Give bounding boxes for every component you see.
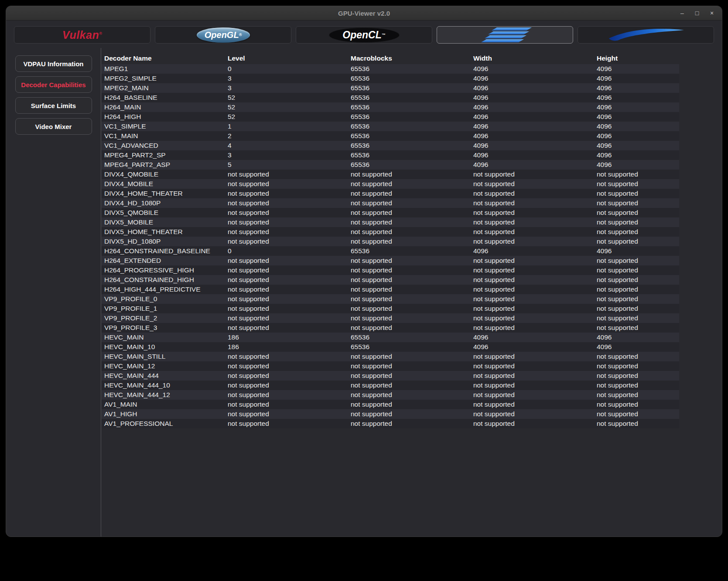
cell: not supported xyxy=(471,237,594,246)
sidebar-item-video-mixer[interactable]: Video Mixer xyxy=(15,118,92,135)
minimize-button[interactable]: – xyxy=(679,10,685,16)
sidebar-item-vdpau-information[interactable]: VDPAU Information xyxy=(15,55,92,72)
cell: 5 xyxy=(225,160,348,170)
cell: MPEG2_MAIN xyxy=(102,83,225,93)
table-row[interactable]: VC1_ADVANCED46553640964096 xyxy=(102,141,679,150)
cell: 65536 xyxy=(348,83,471,93)
cell: not supported xyxy=(348,352,471,361)
table-row[interactable]: AV1_MAINnot supportednot supportednot su… xyxy=(102,400,679,409)
cell: H264_MAIN xyxy=(102,102,225,112)
cell: MPEG1 xyxy=(102,64,225,74)
table-row[interactable]: DIVX5_QMOBILEnot supportednot supportedn… xyxy=(102,208,679,217)
cell: not supported xyxy=(225,275,348,285)
tab-vulkan[interactable]: Vulkan® xyxy=(14,26,150,44)
table-row[interactable]: H264_CONSTRAINED_BASELINE06553640964096 xyxy=(102,246,679,256)
table-row[interactable]: H264_EXTENDEDnot supportednot supportedn… xyxy=(102,256,679,265)
table-header-row: Decoder Name Level Macroblocks Width Hei… xyxy=(102,53,679,64)
tab-vdpau[interactable] xyxy=(437,26,573,44)
table-row[interactable]: VP9_PROFILE_2not supportednot supportedn… xyxy=(102,313,679,323)
cell: 4096 xyxy=(471,122,594,131)
col-width: Width xyxy=(471,53,594,64)
cell: 4096 xyxy=(594,342,679,352)
cell: not supported xyxy=(471,323,594,333)
table-row[interactable]: AV1_PROFESSIONALnot supportednot support… xyxy=(102,419,679,428)
table-row[interactable]: MPEG4_PART2_SP36553640964096 xyxy=(102,150,679,160)
cell: not supported xyxy=(471,179,594,189)
table-row[interactable]: HEVC_MAIN_STILLnot supportednot supporte… xyxy=(102,352,679,361)
titlebar[interactable]: GPU-Viewer v2.0 – □ × xyxy=(6,6,722,20)
table-row[interactable]: DIVX5_HOME_THEATERnot supportednot suppo… xyxy=(102,227,679,237)
close-button[interactable]: × xyxy=(709,10,715,16)
table-row[interactable]: VP9_PROFILE_0not supportednot supportedn… xyxy=(102,294,679,304)
cell: not supported xyxy=(348,265,471,275)
sidebar-item-decoder-capabilities[interactable]: Decoder Capabilities xyxy=(15,76,92,93)
table-row[interactable]: AV1_HIGHnot supportednot supportednot su… xyxy=(102,409,679,419)
table-row[interactable]: DIVX4_QMOBILEnot supportednot supportedn… xyxy=(102,170,679,179)
cell: 3 xyxy=(225,150,348,160)
cell: not supported xyxy=(471,371,594,381)
table-row[interactable]: H264_CONSTRAINED_HIGHnot supportednot su… xyxy=(102,275,679,285)
table-row[interactable]: DIVX4_MOBILEnot supportednot supportedno… xyxy=(102,179,679,189)
table-row[interactable]: H264_PROGRESSIVE_HIGHnot supportednot su… xyxy=(102,265,679,275)
table-row[interactable]: HEVC_MAIN_444not supportednot supportedn… xyxy=(102,371,679,381)
cell: 4096 xyxy=(594,131,679,141)
cell: not supported xyxy=(594,323,679,333)
cell: not supported xyxy=(225,198,348,208)
cell: not supported xyxy=(348,198,471,208)
cell: not supported xyxy=(471,265,594,275)
cell: not supported xyxy=(225,285,348,294)
cell: 0 xyxy=(225,64,348,74)
cell: 4096 xyxy=(594,160,679,170)
vulkan-logo-icon: Vulkan® xyxy=(62,29,103,41)
cell: HEVC_MAIN_12 xyxy=(102,361,225,371)
cell: MPEG4_PART2_SP xyxy=(102,150,225,160)
cell: not supported xyxy=(594,189,679,198)
cell: not supported xyxy=(471,285,594,294)
cell: 4096 xyxy=(471,74,594,83)
table-row[interactable]: HEVC_MAIN_12not supportednot supportedno… xyxy=(102,361,679,371)
sidebar-item-surface-limits[interactable]: Surface Limits xyxy=(15,97,92,114)
table-row[interactable]: HEVC_MAIN_101866553640964096 xyxy=(102,342,679,352)
cell: not supported xyxy=(348,256,471,265)
table-row[interactable]: DIVX5_MOBILEnot supportednot supportedno… xyxy=(102,217,679,227)
table-row[interactable]: DIVX4_HD_1080Pnot supportednot supported… xyxy=(102,198,679,208)
maximize-button[interactable]: □ xyxy=(694,10,700,16)
table-row[interactable]: H264_BASELINE526553640964096 xyxy=(102,93,679,102)
table-row[interactable]: VP9_PROFILE_1not supportednot supportedn… xyxy=(102,304,679,313)
table-row[interactable]: VC1_SIMPLE16553640964096 xyxy=(102,122,679,131)
cell: not supported xyxy=(471,275,594,285)
cell: not supported xyxy=(225,313,348,323)
cell: 65536 xyxy=(348,160,471,170)
cell: not supported xyxy=(225,361,348,371)
cell: not supported xyxy=(225,217,348,227)
table-row[interactable]: DIVX4_HOME_THEATERnot supportednot suppo… xyxy=(102,189,679,198)
cell: 65536 xyxy=(348,141,471,150)
table-row[interactable]: HEVC_MAIN_444_10not supportednot support… xyxy=(102,381,679,390)
table-row[interactable]: DIVX5_HD_1080Pnot supportednot supported… xyxy=(102,237,679,246)
cell: not supported xyxy=(471,419,594,428)
tab-opencl[interactable]: OpenCL™ xyxy=(296,26,432,44)
cell: not supported xyxy=(225,179,348,189)
table-row[interactable]: HEVC_MAIN1866553640964096 xyxy=(102,333,679,342)
cell: not supported xyxy=(594,265,679,275)
table-row[interactable]: MPEG2_MAIN36553640964096 xyxy=(102,83,679,93)
cell: VC1_MAIN xyxy=(102,131,225,141)
cell: not supported xyxy=(348,304,471,313)
table-row[interactable]: MPEG4_PART2_ASP56553640964096 xyxy=(102,160,679,170)
table-row[interactable]: HEVC_MAIN_444_12not supportednot support… xyxy=(102,390,679,400)
cell: 4096 xyxy=(594,141,679,150)
cell: 65536 xyxy=(348,342,471,352)
table-row[interactable]: H264_HIGH_444_PREDICTIVEnot supportednot… xyxy=(102,285,679,294)
table-row[interactable]: MPEG2_SIMPLE36553640964096 xyxy=(102,74,679,83)
table-row[interactable]: VC1_MAIN26553640964096 xyxy=(102,131,679,141)
table-row[interactable]: H264_MAIN526553640964096 xyxy=(102,102,679,112)
cell: HEVC_MAIN xyxy=(102,333,225,342)
cell: 4096 xyxy=(594,246,679,256)
cell: not supported xyxy=(225,237,348,246)
table-row[interactable]: VP9_PROFILE_3not supportednot supportedn… xyxy=(102,323,679,333)
tab-opengl[interactable]: OpenGL® xyxy=(155,26,291,44)
table-row[interactable]: H264_HIGH526553640964096 xyxy=(102,112,679,122)
table-row[interactable]: MPEG106553640964096 xyxy=(102,64,679,74)
cell: not supported xyxy=(225,371,348,381)
tab-vaapi[interactable] xyxy=(578,26,714,44)
